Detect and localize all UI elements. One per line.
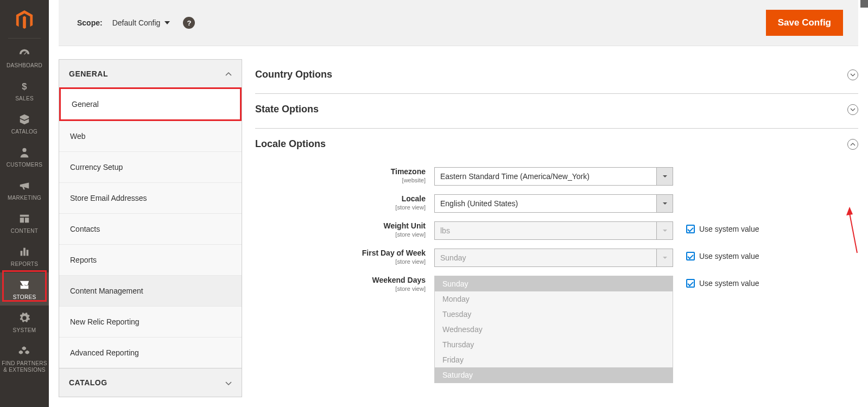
expand-icon [847, 104, 858, 115]
svg-rect-5 [21, 251, 23, 256]
field-scope: [store view] [255, 285, 426, 292]
person-icon [0, 147, 49, 158]
row-first-day: First Day of Week[store view] Sunday Use… [255, 244, 858, 271]
config-item-general[interactable]: General [59, 87, 242, 121]
field-label: Timezone [255, 167, 426, 176]
config-item-reports[interactable]: Reports [59, 244, 242, 275]
field-scope: [website] [255, 177, 426, 183]
nav-content[interactable]: CONTENT [0, 206, 49, 239]
locale-select[interactable]: English (United States) [434, 194, 673, 213]
group-locale-options[interactable]: Locale Options [255, 129, 858, 163]
nav-reports[interactable]: REPORTS [0, 239, 49, 272]
section-header-catalog[interactable]: CATALOG [59, 368, 242, 397]
settings-panel: Country Options State Options Locale Opt… [255, 59, 858, 397]
group-title: Country Options [255, 69, 332, 80]
row-weight-unit: Weight Unit[store view] lbs Use system v… [255, 217, 858, 244]
nav-label: SALES [0, 96, 49, 101]
select-value: Eastern Standard Time (America/New_York) [434, 167, 657, 186]
config-item-store-email[interactable]: Store Email Addresses [59, 182, 242, 213]
multiselect-option[interactable]: Monday [435, 291, 673, 307]
caret-down-icon [164, 21, 170, 24]
scope-value-text: Default Config [112, 18, 161, 27]
field-scope: [store view] [255, 231, 426, 238]
row-locale: Locale[store view] English (United State… [255, 190, 858, 217]
config-item-label: Advanced Reporting [70, 348, 139, 357]
use-system-label: Use system value [699, 279, 759, 288]
weight-unit-select: lbs [434, 221, 673, 240]
config-item-web[interactable]: Web [59, 120, 242, 151]
gauge-icon [0, 47, 49, 59]
field-label: Locale [255, 194, 426, 203]
multiselect-option[interactable]: Saturday [435, 367, 673, 383]
use-system-label: Use system value [699, 225, 759, 233]
nav-stores[interactable]: STORES [0, 272, 49, 306]
dropdown-icon [657, 167, 673, 186]
multiselect-option[interactable]: Tuesday [435, 307, 673, 322]
nav-dashboard[interactable]: DASHBOARD [0, 41, 49, 74]
config-item-label: Reports [70, 256, 97, 264]
config-item-label: General [72, 100, 99, 109]
field-label: Weekend Days [255, 276, 426, 284]
use-system-label: Use system value [699, 252, 759, 260]
multiselect-option[interactable]: Thursday [435, 337, 673, 352]
first-day-select: Sunday [434, 249, 673, 267]
config-item-adv-reporting[interactable]: Advanced Reporting [59, 337, 242, 368]
field-label: First Day of Week [255, 249, 426, 257]
multiselect-option[interactable]: Sunday [435, 276, 673, 291]
expand-icon [847, 69, 858, 80]
config-item-newrelic[interactable]: New Relic Reporting [59, 306, 242, 337]
config-item-content-management[interactable]: Content Management [59, 275, 242, 306]
config-item-label: Currency Setup [70, 163, 123, 171]
weekend-days-multiselect: Sunday Monday Tuesday Wednesday Thursday… [434, 276, 673, 383]
config-sections-nav: GENERAL General Web Currency Setup Store… [59, 59, 242, 397]
nav-partners[interactable]: FIND PARTNERS & EXTENSIONS [0, 339, 49, 379]
nav-label: FIND PARTNERS & EXTENSIONS [0, 360, 49, 373]
megaphone-icon [0, 180, 49, 192]
nav-label: CONTENT [0, 228, 49, 234]
select-value: Sunday [434, 249, 657, 267]
config-item-label: Content Management [70, 287, 143, 295]
dollar-icon: $ [0, 80, 49, 92]
field-scope: [store view] [255, 258, 426, 265]
row-timezone: Timezone[website] Eastern Standard Time … [255, 163, 858, 190]
nav-system[interactable]: SYSTEM [0, 306, 49, 339]
use-system-checkbox[interactable] [686, 252, 695, 260]
multiselect-option[interactable]: Wednesday [435, 322, 673, 337]
layout-icon [0, 213, 49, 225]
timezone-select[interactable]: Eastern Standard Time (America/New_York) [434, 167, 673, 186]
section-title: GENERAL [69, 69, 108, 78]
nav-label: SYSTEM [0, 327, 49, 333]
config-item-currency[interactable]: Currency Setup [59, 151, 242, 182]
section-header-general[interactable]: GENERAL [59, 60, 242, 88]
field-label: Weight Unit [255, 221, 426, 230]
group-state-options[interactable]: State Options [255, 94, 858, 128]
magento-logo [14, 10, 35, 30]
config-item-contacts[interactable]: Contacts [59, 213, 242, 244]
save-config-button[interactable]: Save Config [766, 10, 843, 36]
nav-catalog[interactable]: CATALOG [0, 107, 49, 140]
nav-marketing[interactable]: MARKETING [0, 173, 49, 206]
help-icon[interactable]: ? [183, 17, 195, 29]
config-item-label: Web [70, 132, 86, 141]
scope-selector[interactable]: Default Config [112, 18, 170, 27]
svg-rect-3 [20, 218, 24, 222]
scrollbar-up-icon[interactable] [860, 0, 868, 8]
field-scope: [store view] [255, 204, 426, 211]
svg-point-1 [22, 148, 26, 152]
collapse-icon [847, 139, 858, 150]
nav-label: DASHBOARD [0, 62, 49, 68]
select-value: English (United States) [434, 194, 657, 213]
group-country-options[interactable]: Country Options [255, 59, 858, 93]
use-system-checkbox[interactable] [686, 279, 695, 288]
nav-label: CUSTOMERS [0, 162, 49, 168]
use-system-checkbox[interactable] [686, 225, 695, 233]
scope-label: Scope: [77, 18, 103, 27]
select-value: lbs [434, 221, 657, 240]
nav-sales[interactable]: $ SALES [0, 74, 49, 107]
multiselect-option[interactable]: Friday [435, 352, 673, 367]
nav-customers[interactable]: CUSTOMERS [0, 140, 49, 173]
config-item-label: New Relic Reporting [70, 317, 140, 326]
dropdown-icon [657, 249, 673, 267]
bars-icon [0, 246, 49, 258]
dropdown-icon [657, 194, 673, 213]
